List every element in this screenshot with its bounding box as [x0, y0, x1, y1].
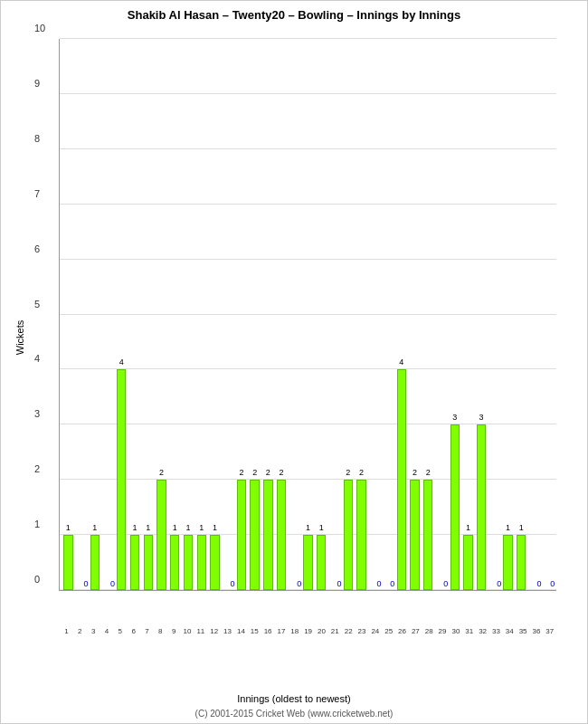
bar: 1	[210, 535, 219, 590]
x-tick-label: 28	[422, 627, 436, 635]
x-tick-label: 34	[503, 627, 517, 635]
bar-group: 1	[315, 39, 328, 590]
bar-group: 0	[101, 39, 115, 590]
bar-group: 3	[475, 39, 488, 590]
bar-group: 0	[435, 39, 449, 590]
bar-group: 0	[222, 39, 235, 590]
bar-value-label: 2	[426, 468, 431, 477]
bar: 2	[250, 480, 259, 590]
x-tick-label: 10	[181, 627, 194, 635]
bar-group: 1	[461, 39, 475, 590]
bar: 2	[156, 480, 166, 590]
x-tick-label: 16	[261, 627, 275, 635]
bar-group: 1	[182, 39, 195, 590]
y-tick-label: 8	[34, 133, 40, 144]
bar-value-label: 1	[306, 523, 310, 532]
x-tick-label: 22	[342, 627, 356, 635]
y-tick-label: 9	[34, 78, 40, 89]
bar-group: 0	[528, 39, 542, 590]
bar-group: 1	[168, 39, 182, 590]
x-tick-label: 8	[154, 627, 167, 635]
x-tick-label: 5	[113, 627, 127, 635]
bar-group: 4	[394, 39, 408, 590]
x-tick-label: 19	[301, 627, 315, 635]
bar-group: 1	[515, 39, 528, 590]
bar-group: 0	[382, 39, 395, 590]
bar-group: 0	[541, 39, 555, 590]
bar-value-label: 2	[239, 468, 243, 477]
bar-group: 1	[141, 39, 155, 590]
bar: 1	[63, 535, 72, 590]
bar: 3	[450, 424, 460, 590]
x-tick-label: 30	[449, 627, 462, 635]
x-tick-label: 35	[517, 627, 530, 635]
chart-title: Shakib Al Hasan – Twenty20 – Bowling – I…	[128, 1, 460, 25]
bar: 1	[144, 535, 153, 590]
bar: 1	[197, 535, 206, 590]
bar-value-label: 1	[506, 523, 510, 532]
x-tick-label: 37	[543, 627, 556, 635]
footer: (C) 2001-2015 Cricket Web (www.cricketwe…	[1, 709, 587, 719]
bar-value-label: 1	[66, 523, 71, 532]
bar: 2	[263, 480, 272, 590]
x-tick-label: 14	[234, 627, 248, 635]
bar-value-label: 1	[319, 523, 324, 532]
bar: 2	[344, 480, 353, 590]
y-tick-label: 6	[34, 243, 40, 254]
plot-area: 0123456789101010411211110222201102200422…	[59, 39, 556, 591]
bar-value-label: 1	[213, 523, 217, 532]
y-tick-label: 5	[34, 299, 40, 310]
bars-container: 1010411211110222201102200422031301100	[60, 39, 556, 590]
x-axis-labels: 1234567891011121314151617181920212223242…	[60, 627, 556, 635]
bar-zero-label: 0	[550, 579, 555, 588]
x-tick-label: 23	[356, 627, 369, 635]
bar: 1	[130, 535, 139, 590]
bar-value-label: 2	[413, 468, 417, 477]
y-tick-label: 1	[34, 519, 40, 529]
bar-group: 1	[301, 39, 315, 590]
bar-group: 1	[62, 39, 75, 590]
bar: 4	[397, 369, 406, 590]
bar-group: 1	[194, 39, 208, 590]
bar: 2	[356, 480, 365, 590]
bar-value-label: 2	[252, 468, 257, 477]
bar-group: 1	[501, 39, 515, 590]
bar-group: 2	[408, 39, 422, 590]
bar: 1	[170, 535, 179, 590]
x-tick-label: 36	[530, 627, 544, 635]
bar-group: 2	[355, 39, 368, 590]
y-tick-label: 7	[34, 188, 40, 199]
bar-group: 0	[368, 39, 382, 590]
y-axis-label: Wickets	[14, 320, 25, 356]
bar-value-label: 1	[519, 523, 524, 532]
x-tick-label: 17	[275, 627, 289, 635]
chart-container: Shakib Al Hasan – Twenty20 – Bowling – I…	[0, 0, 588, 724]
x-tick-label: 15	[248, 627, 261, 635]
bar-value-label: 1	[199, 523, 204, 532]
bar-value-label: 2	[266, 468, 270, 477]
x-tick-label: 33	[489, 627, 503, 635]
bar-value-label: 1	[173, 523, 177, 532]
x-tick-label: 1	[60, 627, 73, 635]
x-tick-label: 6	[127, 627, 140, 635]
bar: 2	[277, 480, 286, 590]
y-tick-label: 3	[34, 408, 40, 419]
bar-group: 2	[261, 39, 275, 590]
bar: 1	[503, 535, 512, 590]
bar-group: 2	[155, 39, 168, 590]
chart-area: Wickets 01234567891010104112111102222011…	[23, 30, 565, 645]
bar-group: 2	[248, 39, 261, 590]
bar: 4	[117, 369, 126, 590]
x-tick-label: 4	[100, 627, 114, 635]
x-tick-label: 2	[73, 627, 87, 635]
x-tick-label: 13	[221, 627, 234, 635]
bar-value-label: 3	[452, 413, 457, 422]
bar-group: 1	[208, 39, 222, 590]
bar-value-label: 2	[359, 468, 364, 477]
x-tick-label: 21	[328, 627, 342, 635]
x-tick-label: 29	[436, 627, 450, 635]
bar-value-label: 1	[185, 523, 190, 532]
bar-value-label: 1	[466, 523, 470, 532]
bar-group: 0	[488, 39, 502, 590]
bar-group: 2	[341, 39, 355, 590]
